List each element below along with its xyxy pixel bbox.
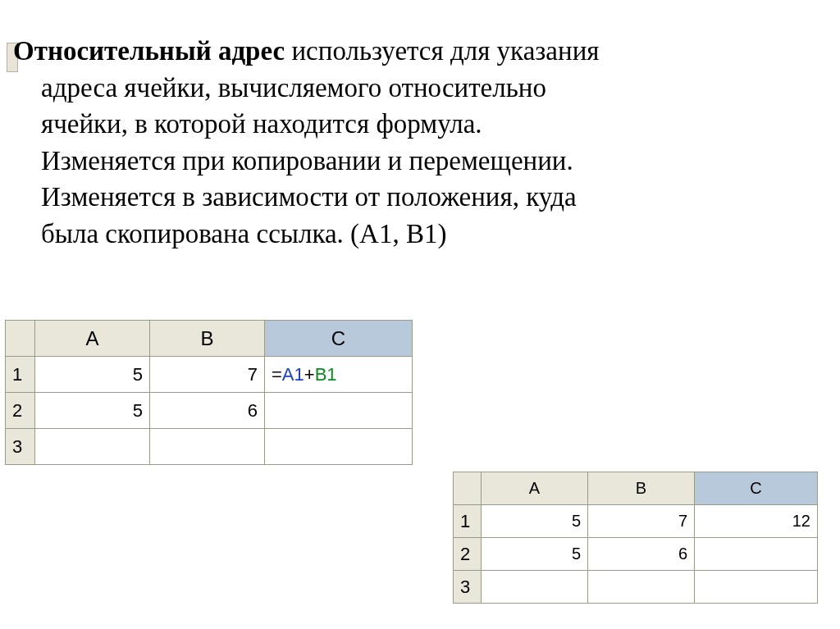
spreadsheet-left: A B C 1 5 7 =A1+B1 2 5 6 3 <box>5 320 413 465</box>
formula-plus: + <box>304 364 315 385</box>
spreadsheet-right: A B C 1 5 7 12 2 5 6 3 <box>453 472 818 604</box>
col-header-c: C <box>265 321 413 357</box>
cell-b3 <box>150 429 265 465</box>
cell-c3 <box>695 571 818 604</box>
line-2: адреса ячейки, вычисляемого относительно <box>13 70 817 107</box>
cell-c3 <box>265 429 413 465</box>
line-5: Изменяется в зависимости от положения, к… <box>13 179 817 216</box>
grid: A B C 1 5 7 12 2 5 6 3 <box>453 472 818 604</box>
cell-c2 <box>265 393 413 429</box>
line-6: была скопирована ссылка. (A1, B1) <box>13 216 817 253</box>
cell-a3 <box>482 571 588 604</box>
line-4: Изменяется при копировании и перемещении… <box>13 143 817 180</box>
cell-a2: 5 <box>35 393 150 429</box>
cell-c1-formula: =A1+B1 <box>265 357 413 393</box>
cell-a3 <box>35 429 150 465</box>
grid: A B C 1 5 7 =A1+B1 2 5 6 3 <box>5 320 413 465</box>
col-header-b: B <box>588 472 695 505</box>
col-header-a: A <box>35 321 150 357</box>
col-header-b: B <box>150 321 265 357</box>
formula-ref-a1: A1 <box>282 364 304 385</box>
line-3: ячейки, в которой находится формула. <box>13 106 817 143</box>
row-header-2: 2 <box>6 393 35 429</box>
row-header-1: 1 <box>6 357 35 393</box>
formula-ref-b1: B1 <box>315 364 337 385</box>
cell-c1: 12 <box>695 505 818 538</box>
cell-b2: 6 <box>588 538 695 571</box>
col-header-c: C <box>695 472 818 505</box>
slide: Относительный адрес используется для ука… <box>0 0 840 629</box>
row-header-3: 3 <box>6 429 35 465</box>
heading-rest: используется для указания <box>285 36 599 66</box>
col-header-a: A <box>482 472 588 505</box>
row-header-2: 2 <box>454 538 482 571</box>
corner-cell <box>6 321 35 357</box>
row-header-1: 1 <box>454 505 482 538</box>
corner-cell <box>454 472 482 505</box>
cell-a1: 5 <box>482 505 588 538</box>
formula-eq: = <box>272 364 282 385</box>
cell-a2: 5 <box>482 538 588 571</box>
row-header-3: 3 <box>454 571 482 604</box>
cell-b3 <box>588 571 695 604</box>
cell-b1: 7 <box>150 357 265 393</box>
cell-b1: 7 <box>588 505 695 538</box>
body-text: Относительный адрес используется для ука… <box>13 33 817 252</box>
heading-bold: Относительный адрес <box>13 36 285 66</box>
cell-a1: 5 <box>35 357 150 393</box>
cell-b2: 6 <box>150 393 265 429</box>
cell-c2 <box>695 538 818 571</box>
